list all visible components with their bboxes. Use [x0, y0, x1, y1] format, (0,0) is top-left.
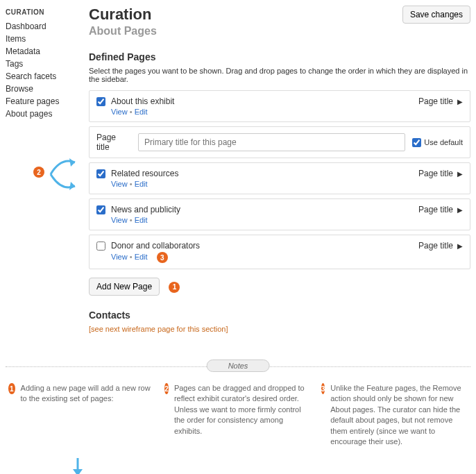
page-title: Curation	[89, 6, 157, 24]
edit-link[interactable]: Edit	[135, 180, 148, 188]
page-row-title: Related resources	[111, 169, 178, 178]
svg-marker-1	[69, 182, 75, 190]
edit-link[interactable]: Edit	[135, 253, 148, 261]
chevron-right-icon: ▶	[457, 98, 463, 105]
svg-marker-0	[69, 158, 75, 167]
sidebar-item-metadata[interactable]: Metadata	[6, 45, 82, 58]
separator: •	[130, 108, 135, 116]
page-row-title: About this exhibit	[111, 96, 174, 106]
notes-grid: 1 Adding a new page will add a new row t…	[0, 383, 476, 454]
settings-label: Page title	[96, 133, 131, 152]
view-link[interactable]: View	[111, 216, 128, 224]
page-checkbox[interactable]	[96, 97, 105, 106]
page-row[interactable]: Related resources View • Edit Page title…	[89, 162, 470, 194]
page-checkbox[interactable]	[96, 242, 105, 251]
view-link[interactable]: View	[111, 253, 128, 261]
svg-marker-3	[73, 469, 83, 474]
main-content: Curation About Pages Save changes Define…	[82, 6, 470, 333]
page-title-input[interactable]	[138, 133, 405, 151]
sidebar-title: CURATION	[6, 8, 82, 16]
view-link[interactable]: View	[111, 108, 128, 116]
sidebar-item-dashboard[interactable]: Dashboard	[6, 20, 82, 33]
save-button[interactable]: Save changes	[402, 6, 470, 24]
drag-arrows-icon	[40, 150, 82, 198]
use-default-checkbox[interactable]	[412, 138, 421, 147]
sidebar-item-tags[interactable]: Tags	[6, 58, 82, 70]
page-row[interactable]: About this exhibit View • Edit Page titl…	[89, 90, 470, 122]
page-subtitle: About Pages	[89, 25, 157, 37]
sidebar-item-search-facets[interactable]: Search facets	[6, 70, 82, 83]
sidebar-item-browse[interactable]: Browse	[6, 83, 82, 95]
note-text: Pages can be dragged and dropped to refl…	[174, 383, 312, 437]
page-title-toggle[interactable]: Page title ▶	[418, 205, 463, 214]
page-row-title: Donor and collaborators	[111, 241, 200, 251]
notes-heading: Notes	[207, 359, 270, 372]
page-checkbox[interactable]	[96, 205, 105, 214]
chevron-right-icon: ▶	[457, 206, 463, 214]
page-title-toggle[interactable]: Page title ▶	[418, 169, 463, 178]
note-text: Adding a new page will add a new row to …	[21, 383, 155, 405]
page-checkbox[interactable]	[96, 169, 105, 178]
callout-1: 1	[8, 383, 15, 394]
page-title-settings: Page title Use default	[89, 126, 470, 158]
edit-link[interactable]: Edit	[135, 108, 148, 116]
callout-3: 3	[157, 252, 168, 263]
page-title-toggle[interactable]: Page title ▶	[418, 241, 463, 251]
contacts-note: [see next wireframe page for this sectio…	[89, 325, 470, 333]
sidebar-item-about-pages[interactable]: About pages	[6, 108, 82, 120]
defined-pages-title: Defined Pages	[89, 51, 470, 62]
edit-link[interactable]: Edit	[135, 216, 148, 224]
note-text: Unlike the Feature pages, the Remove act…	[330, 383, 468, 447]
arrow-down-icon	[71, 458, 85, 474]
add-new-page-button[interactable]: Add New Page	[89, 278, 160, 296]
use-default-label[interactable]: Use default	[412, 138, 463, 147]
page-title-toggle[interactable]: Page title ▶	[418, 96, 463, 106]
contacts-title: Contacts	[89, 310, 470, 321]
page-row-title: News and publicity	[111, 205, 180, 214]
sidebar-item-feature-pages[interactable]: Feature pages	[6, 95, 82, 108]
chevron-right-icon: ▶	[457, 170, 463, 178]
chevron-right-icon: ▶	[457, 242, 463, 250]
example-block: … A New Page That Needs a Better Title V…	[0, 454, 476, 474]
view-link[interactable]: View	[111, 180, 128, 188]
callout-2: 2	[164, 383, 169, 394]
notes-divider: Notes	[6, 359, 470, 373]
sidebar-item-items[interactable]: Items	[6, 33, 82, 45]
callout-3: 3	[321, 383, 325, 394]
callout-1: 1	[169, 282, 180, 293]
defined-pages-help: Select the pages you want to be shown. D…	[89, 67, 470, 83]
page-row[interactable]: Donor and collaborators View • Edit 3 Pa…	[89, 235, 470, 269]
callout-2: 2	[33, 167, 44, 178]
page-row[interactable]: News and publicity View • Edit Page titl…	[89, 198, 470, 230]
